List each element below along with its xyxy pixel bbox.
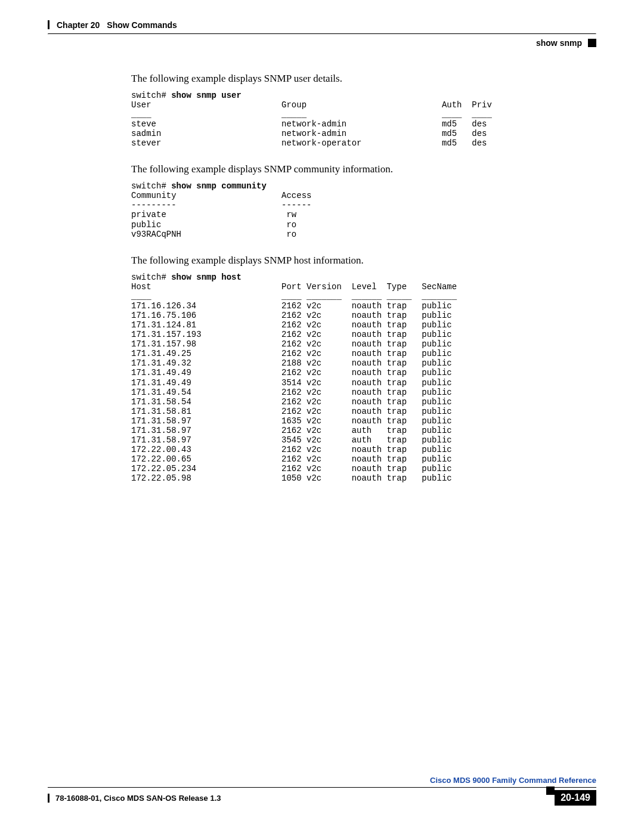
command: show snmp community bbox=[171, 181, 267, 191]
section-header: show snmp bbox=[48, 38, 596, 48]
paragraph-snmp-user: The following example displays SNMP user… bbox=[131, 72, 572, 86]
header-rule bbox=[48, 33, 596, 35]
output: Community Access --------- ------ privat… bbox=[131, 191, 311, 239]
section-title: show snmp bbox=[536, 38, 582, 48]
command: show snmp host bbox=[171, 272, 242, 282]
terminal-output-snmp-user: switch# show snmp user User Group Auth P… bbox=[131, 91, 572, 148]
footer-divider bbox=[48, 794, 49, 803]
page-number: 20-149 bbox=[555, 790, 596, 806]
paragraph-snmp-host: The following example displays SNMP host… bbox=[131, 253, 572, 268]
prompt: switch# bbox=[131, 91, 171, 100]
doc-id: 78-16088-01, Cisco MDS SAN-OS Release 1.… bbox=[55, 794, 221, 803]
chapter-label: Chapter 20 bbox=[57, 20, 100, 30]
chapter-title: Show Commands bbox=[107, 20, 177, 30]
section-marker-icon bbox=[588, 39, 596, 47]
paragraph-snmp-community: The following example displays SNMP comm… bbox=[131, 162, 572, 176]
output: Host Port Version Level Type SecName ___… bbox=[131, 282, 457, 484]
terminal-output-snmp-community: switch# show snmp community Community Ac… bbox=[131, 181, 572, 239]
prompt: switch# bbox=[131, 181, 171, 191]
body-content: The following example displays SNMP user… bbox=[131, 72, 572, 484]
command: show snmp user bbox=[171, 91, 242, 100]
running-header: Chapter 20 Show Commands bbox=[48, 20, 596, 30]
prompt: switch# bbox=[131, 272, 171, 282]
page-footer: Cisco MDS 9000 Family Command Reference … bbox=[48, 776, 596, 806]
footer-marker-icon bbox=[546, 786, 555, 795]
book-title: Cisco MDS 9000 Family Command Reference bbox=[48, 776, 596, 785]
terminal-output-snmp-host: switch# show snmp host Host Port Version… bbox=[131, 272, 572, 484]
header-divider bbox=[48, 20, 49, 29]
output: User Group Auth Priv ____ _____ ____ ___… bbox=[131, 100, 492, 148]
